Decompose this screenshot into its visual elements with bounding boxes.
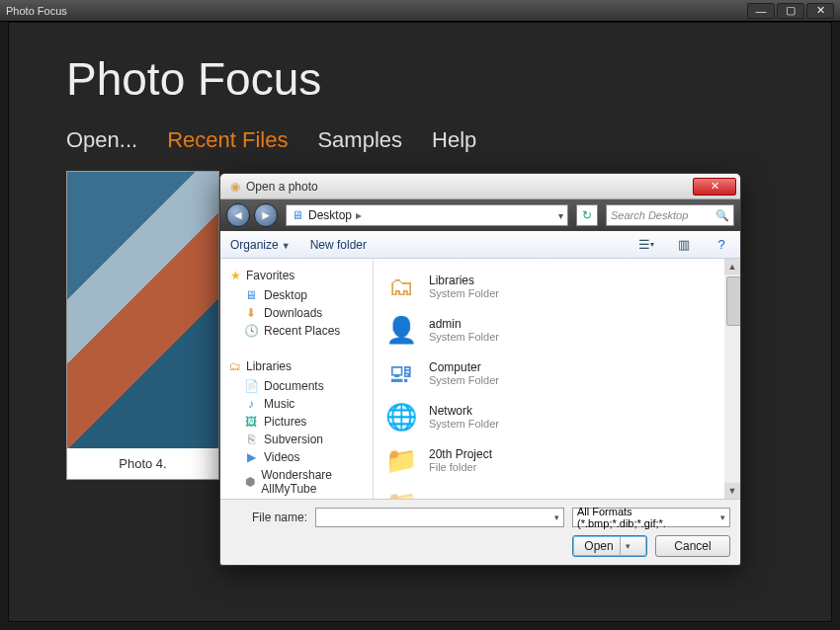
downloads-icon: ⬇ <box>244 306 258 320</box>
sidebar-item-downloads[interactable]: ⬇Downloads <box>228 304 365 322</box>
new-folder-button[interactable]: New folder <box>310 238 367 252</box>
music-icon: ♪ <box>244 397 258 411</box>
sidebar-item-music[interactable]: ♪Music <box>228 395 365 413</box>
libraries-folder-icon: 🗂 <box>383 269 419 304</box>
breadcrumb-dropdown-icon[interactable]: ▾ <box>558 210 563 221</box>
user-folder-icon: 👤 <box>383 312 419 348</box>
dialog-close-button[interactable]: ✕ <box>693 178 736 196</box>
tab-open[interactable]: Open... <box>66 127 137 153</box>
videos-icon: ▶ <box>244 450 258 464</box>
pictures-icon: 🖼 <box>244 415 258 429</box>
preview-pane-button[interactable]: ▥ <box>675 236 693 254</box>
thumbnail-caption: Photo 4. <box>67 448 218 479</box>
view-options-button[interactable]: ☰▾ <box>637 236 655 254</box>
filename-dropdown-icon[interactable]: ▾ <box>554 512 559 522</box>
tab-help[interactable]: Help <box>432 127 476 153</box>
dialog-nav-bar: ◄ ► 🖥 Desktop ▸ ▾ ↻ Search Desktop 🔍 <box>220 199 740 231</box>
computer-icon: 🖳 <box>383 355 419 391</box>
photo-thumbnail[interactable]: Photo 4. <box>66 171 219 480</box>
dialog-toolbar: Organize▼ New folder ☰▾ ▥ ? <box>220 231 740 259</box>
desktop-icon: 🖥 <box>244 288 258 302</box>
tab-samples[interactable]: Samples <box>317 127 402 153</box>
nav-forward-button[interactable]: ► <box>254 203 278 227</box>
app-heading: Photo Focus <box>9 23 831 106</box>
file-row[interactable]: 📁 200+ App Review Sites <box>383 482 740 499</box>
sidebar-group-favorites[interactable]: ★ Favorites <box>228 269 365 282</box>
desktop-icon: 🖥 <box>291 208 304 222</box>
sidebar-item-pictures[interactable]: 🖼Pictures <box>228 413 365 431</box>
organize-menu[interactable]: Organize▼ <box>230 238 291 252</box>
file-row[interactable]: 🗂 LibrariesSystem Folder <box>383 265 740 308</box>
chevron-right-icon: ▸ <box>356 208 362 222</box>
sidebar-item-wondershare[interactable]: ⬢Wondershare AllMyTube <box>228 466 365 498</box>
dialog-title: Open a photo <box>246 180 318 194</box>
breadcrumb-location: Desktop <box>308 208 352 222</box>
tab-recent-files[interactable]: Recent Files <box>167 127 288 153</box>
app-titlebar: Photo Focus — ▢ ✕ <box>0 0 840 22</box>
folder-icon: 📁 <box>383 442 419 478</box>
folder-icon: 📁 <box>383 486 419 499</box>
sidebar-item-desktop[interactable]: 🖥Desktop <box>228 286 365 304</box>
sidebar-item-recent-places[interactable]: 🕓Recent Places <box>228 322 365 340</box>
navigation-sidebar: ★ Favorites 🖥Desktop ⬇Downloads 🕓Recent … <box>220 259 374 499</box>
cancel-button[interactable]: Cancel <box>655 535 730 557</box>
search-icon: 🔍 <box>715 209 729 222</box>
sidebar-group-libraries[interactable]: 🗂 Libraries <box>228 359 365 373</box>
sidebar-item-subversion[interactable]: ⎘Subversion <box>228 431 365 448</box>
close-button[interactable]: ✕ <box>806 3 834 19</box>
open-button[interactable]: Open ▾ <box>572 535 647 557</box>
app-window-title: Photo Focus <box>6 5 67 17</box>
search-placeholder: Search Desktop <box>611 209 688 221</box>
nav-back-button[interactable]: ◄ <box>226 203 250 227</box>
scroll-up-icon[interactable]: ▲ <box>724 259 740 275</box>
file-row[interactable]: 🖳 ComputerSystem Folder <box>383 352 740 395</box>
scroll-thumb[interactable] <box>726 276 740 326</box>
network-icon: 🌐 <box>383 399 419 434</box>
open-split-dropdown[interactable]: ▾ <box>620 536 635 556</box>
main-tabs: Open... Recent Files Samples Help <box>9 106 831 153</box>
star-icon: ★ <box>228 269 242 282</box>
dialog-main: ★ Favorites 🖥Desktop ⬇Downloads 🕓Recent … <box>220 259 740 500</box>
sidebar-item-documents[interactable]: 📄Documents <box>228 377 365 395</box>
refresh-button[interactable]: ↻ <box>576 204 598 226</box>
documents-icon: 📄 <box>244 379 258 393</box>
libraries-icon: 🗂 <box>228 359 242 373</box>
subversion-icon: ⎘ <box>244 433 258 446</box>
sidebar-item-videos[interactable]: ▶Videos <box>228 448 365 466</box>
thumbnail-image <box>67 172 218 448</box>
file-row[interactable]: 📁 20th ProjectFile folder <box>383 438 740 482</box>
minimize-button[interactable]: — <box>747 3 775 19</box>
file-row[interactable]: 👤 adminSystem Folder <box>383 308 740 352</box>
scroll-down-icon[interactable]: ▼ <box>724 483 740 499</box>
filter-dropdown-icon[interactable]: ▾ <box>720 512 725 522</box>
help-icon[interactable]: ? <box>713 236 730 254</box>
file-list: 🗂 LibrariesSystem Folder 👤 adminSystem F… <box>374 259 740 499</box>
breadcrumb[interactable]: 🖥 Desktop ▸ ▾ <box>286 204 568 226</box>
open-file-dialog: ◉ Open a photo ✕ ◄ ► 🖥 Desktop ▸ ▾ ↻ Sea… <box>219 173 741 566</box>
recent-icon: 🕓 <box>244 324 258 338</box>
app-icon: ◉ <box>228 180 242 194</box>
dialog-titlebar: ◉ Open a photo ✕ <box>220 174 740 199</box>
file-name-label: File name: <box>230 511 307 524</box>
file-type-filter[interactable]: All Formats (*.bmp;*.dib;*.gif;*. ▾ <box>572 508 730 527</box>
app-folder-icon: ⬢ <box>244 475 255 489</box>
file-row[interactable]: 🌐 NetworkSystem Folder <box>383 395 740 438</box>
maximize-button[interactable]: ▢ <box>777 3 804 19</box>
file-name-input[interactable]: ▾ <box>315 508 564 527</box>
search-input[interactable]: Search Desktop 🔍 <box>606 204 734 226</box>
dialog-footer: File name: ▾ All Formats (*.bmp;*.dib;*.… <box>220 500 740 565</box>
file-list-scrollbar[interactable]: ▲ ▼ <box>724 259 740 499</box>
